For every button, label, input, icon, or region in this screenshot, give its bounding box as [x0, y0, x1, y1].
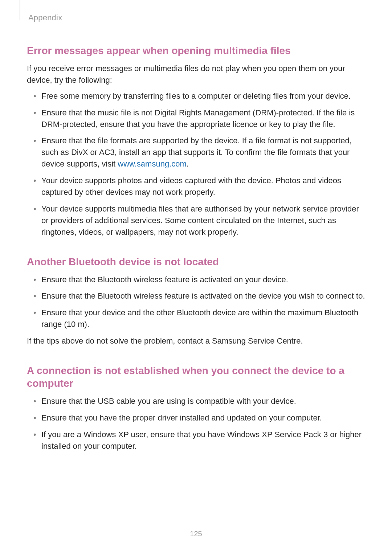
list-item: If you are a Windows XP user, ensure tha… — [27, 429, 365, 452]
bullets-connection: Ensure that the USB cable you are using … — [27, 395, 365, 452]
list-item: Ensure that your device and the other Bl… — [27, 307, 365, 330]
list-item: Ensure that the file formats are support… — [27, 135, 365, 170]
bullets-error-messages: Free some memory by transferring files t… — [27, 90, 365, 238]
content-area: Error messages appear when opening multi… — [27, 44, 365, 452]
list-item: Your device supports photos and videos c… — [27, 175, 365, 198]
list-item: Ensure that the USB cable you are using … — [27, 395, 365, 407]
list-item: Ensure that the Bluetooth wireless featu… — [27, 290, 365, 302]
heading-connection: A connection is not established when you… — [27, 364, 365, 390]
intro-error-messages: If you receive error messages or multime… — [27, 63, 365, 86]
list-item: Free some memory by transferring files t… — [27, 90, 365, 102]
link-samsung[interactable]: www.samsung.com — [118, 159, 187, 168]
list-item: Ensure that the music file is not Digita… — [27, 107, 365, 130]
list-item-text-pre: Ensure that the file formats are support… — [41, 136, 352, 168]
list-item: Ensure that the Bluetooth wireless featu… — [27, 274, 365, 286]
bullets-bluetooth: Ensure that the Bluetooth wireless featu… — [27, 274, 365, 331]
header-section-label: Appendix — [28, 13, 62, 22]
list-item: Ensure that you have the proper driver i… — [27, 412, 365, 424]
heading-bluetooth: Another Bluetooth device is not located — [27, 255, 365, 268]
header-rule — [20, 0, 20, 20]
heading-error-messages: Error messages appear when opening multi… — [27, 44, 365, 57]
list-item-text-post: . — [187, 159, 189, 168]
list-item: Your device supports multimedia files th… — [27, 203, 365, 238]
page: Appendix Error messages appear when open… — [0, 0, 392, 554]
page-number: 125 — [0, 530, 392, 538]
outro-bluetooth: If the tips above do not solve the probl… — [27, 335, 365, 347]
